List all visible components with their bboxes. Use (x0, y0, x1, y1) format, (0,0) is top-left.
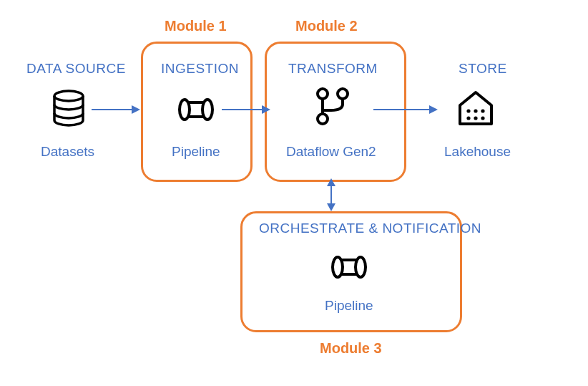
svg-point-24 (356, 257, 366, 277)
dataflow-label: Dataflow Gen2 (286, 144, 376, 160)
pipeline-icon (176, 92, 216, 127)
database-icon (47, 88, 90, 131)
ingestion-pipeline-label: Pipeline (172, 144, 220, 160)
svg-point-11 (474, 116, 477, 120)
module2-label: Module 2 (295, 18, 358, 34)
arrow-source-to-ingestion (92, 105, 140, 115)
module1-label: Module 1 (165, 18, 227, 34)
svg-point-9 (481, 109, 484, 112)
orchestrate-pipeline-icon (329, 249, 369, 285)
svg-marker-14 (132, 105, 140, 114)
svg-point-0 (54, 91, 83, 101)
arrow-transform-to-store (373, 105, 438, 115)
svg-point-5 (338, 89, 348, 99)
svg-point-2 (180, 100, 190, 120)
svg-point-3 (202, 100, 212, 120)
svg-point-4 (318, 89, 328, 99)
lakehouse-icon (454, 87, 497, 130)
lakehouse-label: Lakehouse (444, 144, 511, 160)
dataflow-icon (312, 85, 355, 128)
orchestrate-pipeline-label: Pipeline (325, 298, 373, 314)
datasets-label: Datasets (41, 144, 94, 160)
data-source-header: DATA SOURCE (26, 61, 126, 77)
svg-marker-18 (429, 105, 438, 114)
svg-point-10 (466, 116, 470, 120)
store-header: STORE (459, 61, 507, 77)
svg-point-12 (481, 116, 484, 120)
svg-point-8 (474, 109, 477, 112)
module3-label: Module 3 (320, 340, 382, 357)
arrow-ingestion-to-transform (222, 105, 270, 115)
svg-marker-16 (262, 105, 270, 114)
svg-point-7 (466, 109, 470, 112)
svg-point-6 (318, 114, 328, 124)
orchestrate-header: ORCHESTRATE & NOTIFICATION (259, 221, 481, 236)
svg-marker-20 (327, 178, 335, 186)
arrow-transform-orchestrate (325, 178, 338, 211)
svg-point-23 (333, 257, 343, 277)
svg-marker-21 (327, 203, 335, 211)
